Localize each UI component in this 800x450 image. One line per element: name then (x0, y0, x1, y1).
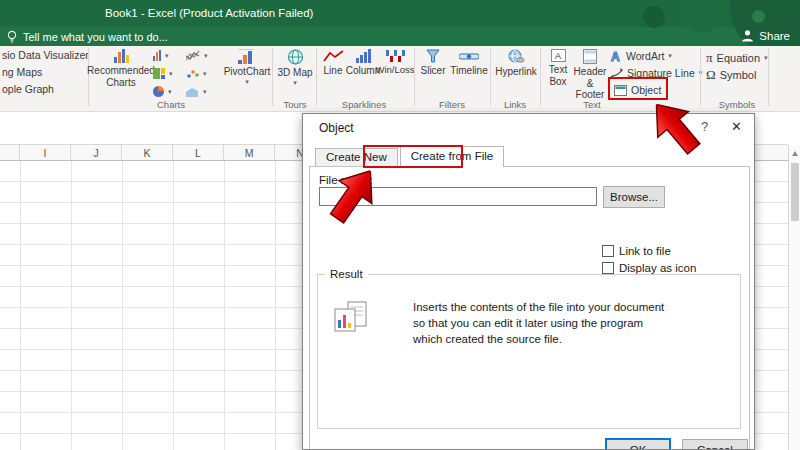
scrollbar-thumb[interactable] (791, 163, 799, 221)
insert-pie-chart-button[interactable]: ▾ (153, 86, 172, 97)
wordart-icon: A (610, 50, 622, 62)
ok-button[interactable]: OK (606, 439, 670, 450)
ribbon-separator (272, 48, 273, 106)
column-header-j[interactable]: J (71, 145, 122, 160)
tell-me-box[interactable]: Tell me what you want to do... (6, 30, 168, 43)
sparkline-winloss-icon (385, 49, 405, 63)
pivotchart-button[interactable]: PivotChart ▾ (224, 49, 270, 86)
person-icon (741, 29, 754, 42)
column-chart-icon (153, 50, 161, 61)
column-header-l[interactable]: L (173, 145, 224, 160)
dropdown-icon: ▾ (293, 79, 297, 87)
addin-label: sio Data Visualizer (2, 49, 89, 61)
omega-icon: Ω (706, 67, 716, 83)
sparkline-winloss-button[interactable]: Win/Loss (378, 49, 412, 76)
globe-icon (287, 49, 304, 65)
group-label-tours: Tours (283, 99, 306, 110)
row-header-stub (0, 145, 20, 160)
ribbon-separator (414, 48, 415, 106)
addin-label: ng Maps (2, 66, 42, 78)
pie-chart-icon (153, 86, 164, 97)
recommended-charts-button[interactable]: Recommended Charts (92, 49, 150, 88)
wordart-label: WordArt (626, 50, 664, 62)
title-chrome: Book1 - Excel (Product Activation Failed… (0, 0, 800, 46)
symbol-label: Symbol (720, 69, 757, 81)
display-as-icon-checkbox[interactable]: Display as icon (602, 262, 696, 274)
sparkline-line-label: Line (324, 65, 343, 77)
addin-visio-data-visualizer[interactable]: sio Data Visualizer (2, 49, 89, 61)
tell-me-text: Tell me what you want to do... (23, 31, 168, 43)
sparkline-winloss-label: Win/Loss (375, 65, 414, 76)
dialog-title: Object (319, 121, 354, 135)
addin-bing-maps[interactable]: ng Maps (2, 66, 42, 78)
hyperlink-icon (508, 49, 525, 64)
svg-text:A: A (555, 51, 561, 61)
symbol-button[interactable]: Ω Symbol (706, 67, 756, 83)
window-title: Book1 - Excel (Product Activation Failed… (105, 7, 313, 19)
decor-circle (679, 0, 725, 32)
pi-icon: π (706, 50, 713, 66)
column-header-i[interactable]: I (20, 145, 71, 160)
insert-waterfall-chart-button[interactable]: ▾ (186, 86, 207, 97)
text-box-button[interactable]: A Text Box (544, 49, 572, 87)
insert-scatter-chart-button[interactable]: ▾ (186, 68, 207, 79)
slicer-button[interactable]: Slicer (418, 49, 448, 77)
checkbox-box[interactable] (602, 262, 614, 274)
3d-map-label: 3D Map (277, 67, 312, 79)
ribbon-separator (540, 48, 541, 106)
annotation-box-object (608, 77, 668, 100)
header-footer-label: Header & Footer (572, 66, 608, 101)
insert-column-chart-button[interactable]: ▾ (153, 50, 169, 61)
checkbox-box[interactable] (602, 245, 614, 257)
ribbon-separator (700, 48, 701, 106)
pivotchart-icon (238, 49, 256, 64)
addin-people-graph[interactable]: ople Graph (2, 83, 54, 95)
timeline-icon (459, 49, 479, 63)
insert-line-chart-button[interactable]: ▾ (186, 50, 208, 61)
3d-map-button[interactable]: 3D Map ▾ (276, 49, 314, 87)
slicer-label: Slicer (420, 65, 445, 77)
dropdown-icon: ▾ (203, 70, 207, 78)
sparkline-line-button[interactable]: Line (320, 49, 346, 77)
scroll-up-arrow-icon[interactable] (792, 151, 798, 156)
share-button[interactable]: Share (741, 29, 790, 42)
vertical-scrollbar[interactable] (788, 145, 800, 450)
text-box-label: Text Box (544, 64, 572, 87)
share-label: Share (759, 30, 790, 42)
header-footer-button[interactable]: Header & Footer (572, 49, 608, 101)
ribbon-separator (490, 48, 491, 106)
decor-circle (752, 10, 765, 23)
lightbulb-icon (6, 30, 18, 43)
group-label-charts: Charts (157, 99, 185, 110)
line-chart-icon (186, 50, 200, 61)
svg-text:A: A (611, 50, 620, 62)
browse-button[interactable]: Browse... (603, 186, 665, 208)
hierarchy-chart-icon (153, 68, 165, 79)
result-description: Inserts the contents of the file into yo… (413, 299, 671, 347)
header-footer-icon (583, 49, 597, 64)
group-label-filters: Filters (439, 99, 465, 110)
cancel-button[interactable]: Cancel (682, 439, 748, 450)
group-label-text: Text (583, 99, 600, 110)
recommended-charts-icon (114, 49, 129, 63)
dialog-close-button[interactable]: ✕ (731, 119, 742, 134)
equation-label: Equation (717, 52, 760, 64)
slicer-icon (426, 49, 440, 63)
column-header-k[interactable]: K (122, 145, 173, 160)
dropdown-icon: ▾ (668, 52, 672, 60)
text-box-icon: A (551, 49, 566, 62)
dropdown-icon: ▾ (168, 88, 172, 96)
pivotchart-label: PivotChart (224, 66, 271, 78)
waterfall-chart-icon (186, 86, 199, 97)
timeline-button[interactable]: Timeline (450, 49, 488, 77)
insert-hierarchy-chart-button[interactable]: ▾ (153, 68, 173, 79)
group-label-symbols: Symbols (719, 99, 755, 110)
dropdown-icon: ▾ (165, 52, 169, 60)
wordart-button[interactable]: A WordArt ▾ (610, 50, 672, 62)
annotation-box-create-from-file (363, 145, 463, 168)
link-to-file-checkbox[interactable]: Link to file (602, 245, 671, 257)
dropdown-icon: ▾ (245, 78, 249, 86)
column-header-m[interactable]: M (224, 145, 275, 160)
hyperlink-button[interactable]: Hyperlink (494, 49, 538, 78)
equation-button[interactable]: π Equation ▾ (706, 50, 768, 66)
